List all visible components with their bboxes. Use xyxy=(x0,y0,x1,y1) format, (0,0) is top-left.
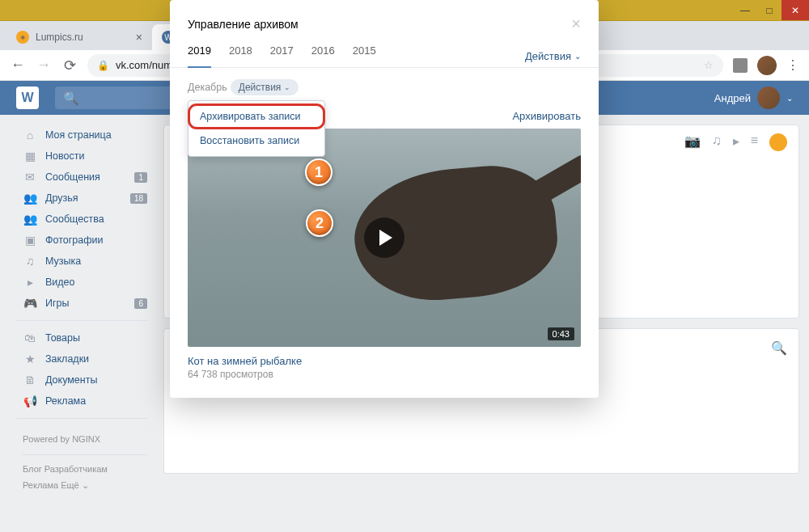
sidebar-item-label: Игры xyxy=(45,298,69,309)
dropdown-restore-posts[interactable]: Восстановить записи xyxy=(188,129,324,153)
profile-avatar-icon[interactable] xyxy=(757,56,777,75)
tab-title: Lumpics.ru xyxy=(36,32,83,43)
sidebar-item[interactable]: 📢Реклама xyxy=(16,391,154,412)
sidebar-item-label: Товары xyxy=(45,332,80,344)
music-icon[interactable]: ♫ xyxy=(712,133,722,151)
tab-close-icon[interactable]: × xyxy=(136,31,142,44)
sidebar-icon: 🗎 xyxy=(23,374,37,386)
actions-dropdown: Архивировать записи Восстановить записи xyxy=(188,100,325,157)
sidebar-item-label: Сообщества xyxy=(45,213,104,225)
month-label: Декабрь xyxy=(188,82,227,93)
sidebar: ⌂Моя страница▦Новости✉Сообщения1👥Друзья1… xyxy=(0,115,154,532)
video-thumbnail[interactable]: 0:43 xyxy=(188,129,581,347)
callout-badge-1: 1 xyxy=(305,158,332,186)
sidebar-icon: 👥 xyxy=(23,192,37,205)
sidebar-item[interactable]: 👥Друзья18 xyxy=(16,188,154,209)
video-views: 64 738 просмотров xyxy=(188,369,581,380)
search-icon: 🔍 xyxy=(63,91,79,106)
archive-modal: Управление архивом × 2019 2018 2017 2016… xyxy=(170,0,599,398)
year-tabs: 2019 2018 2017 2016 2015 Действия ⌄ xyxy=(170,33,599,68)
tab-2016[interactable]: 2016 xyxy=(311,44,335,67)
modal-close-button[interactable]: × xyxy=(571,15,581,33)
sidebar-icon: ▦ xyxy=(23,150,37,163)
sidebar-item-label: Видео xyxy=(45,277,75,288)
sidebar-icon: 🎮 xyxy=(23,297,37,310)
sidebar-item[interactable]: 🗎Документы xyxy=(16,369,154,391)
story-avatar-icon[interactable] xyxy=(769,133,787,151)
chevron-down-icon: ⌄ xyxy=(786,94,793,103)
callout-badge-2: 2 xyxy=(306,209,333,237)
footer-links-2[interactable]: Реклама Ещё ⌄ xyxy=(23,478,147,494)
window-close-button[interactable]: ✕ xyxy=(781,0,809,20)
sidebar-item-label: Сообщения xyxy=(45,171,100,183)
sidebar-item-label: Друзья xyxy=(45,192,78,204)
sidebar-item-label: Моя страница xyxy=(45,129,112,141)
tab-2019[interactable]: 2019 xyxy=(188,44,211,68)
month-row: Декабрь Действия ⌄ Архивировать записи В… xyxy=(170,68,599,102)
search-icon[interactable]: 🔍 xyxy=(771,340,787,356)
sidebar-item[interactable]: ▦Новости xyxy=(16,146,154,167)
sidebar-item-label: Музыка xyxy=(45,255,81,267)
modal-title: Управление архивом xyxy=(188,18,299,31)
modal-actions-link[interactable]: Действия ⌄ xyxy=(525,44,581,67)
vk-user-menu[interactable]: Андрей ⌄ xyxy=(714,87,793,109)
sidebar-icon: 📢 xyxy=(23,395,37,407)
sidebar-item[interactable]: 🛍Товары xyxy=(16,327,154,348)
sidebar-item[interactable]: ♫Музыка xyxy=(16,251,154,272)
chevron-down-icon: ⌄ xyxy=(574,52,581,61)
sidebar-item[interactable]: ★Закладки xyxy=(16,348,154,369)
chevron-down-icon: ⌄ xyxy=(284,83,290,91)
sidebar-item-label: Новости xyxy=(45,150,84,162)
avatar xyxy=(757,87,780,109)
play-icon[interactable] xyxy=(364,217,404,258)
sidebar-item[interactable]: ⌂Моя страница xyxy=(16,125,154,146)
nav-reload-button[interactable]: ⟳ xyxy=(61,57,78,74)
footer-powered: Powered by NGINX xyxy=(23,432,147,455)
actions-pill-label: Действия xyxy=(239,82,282,93)
vk-logo-icon[interactable]: W xyxy=(16,87,39,109)
article-icon[interactable]: ≡ xyxy=(751,133,758,151)
sidebar-item[interactable]: ▣Фотографии xyxy=(16,230,154,251)
sidebar-icon: ▸ xyxy=(23,276,37,289)
browser-tab-lumpics[interactable]: ✶ Lumpics.ru × xyxy=(6,24,152,50)
sidebar-item-label: Закладки xyxy=(45,353,89,365)
nav-forward-button[interactable]: → xyxy=(36,57,52,74)
sidebar-icon: ▣ xyxy=(23,234,37,247)
sidebar-badge: 6 xyxy=(134,298,147,309)
video-duration: 0:43 xyxy=(548,327,574,340)
sidebar-separator xyxy=(16,418,147,419)
sidebar-badge: 18 xyxy=(130,193,147,204)
sidebar-item-label: Фотографии xyxy=(45,234,103,246)
nav-back-button[interactable]: ← xyxy=(10,57,26,74)
video-title-link[interactable]: Кот на зимней рыбалке xyxy=(188,355,581,367)
sidebar-icon: ♫ xyxy=(23,255,37,268)
sidebar-footer: Powered by NGINX Блог Разработчикам Рекл… xyxy=(16,425,154,500)
window-maximize-button[interactable]: □ xyxy=(757,0,781,20)
month-actions-button[interactable]: Действия ⌄ xyxy=(231,79,299,95)
footer-links[interactable]: Блог Разработчикам xyxy=(23,462,147,478)
sidebar-icon: 🛍 xyxy=(23,331,37,344)
extension-icon[interactable] xyxy=(733,58,748,73)
favicon-lumpics-icon: ✶ xyxy=(16,31,29,44)
window-minimize-button[interactable]: — xyxy=(733,0,757,20)
sidebar-icon: 👥 xyxy=(23,213,37,226)
sidebar-icon: ✉ xyxy=(23,171,37,184)
sidebar-item[interactable]: ▸Видео xyxy=(16,272,154,293)
sidebar-badge: 1 xyxy=(134,172,147,183)
tab-2018[interactable]: 2018 xyxy=(229,44,252,67)
tab-2017[interactable]: 2017 xyxy=(270,44,294,67)
camera-icon[interactable]: 📷 xyxy=(684,133,701,151)
browser-menu-button[interactable]: ⋮ xyxy=(786,57,799,73)
sidebar-item[interactable]: ✉Сообщения1 xyxy=(16,167,154,188)
dropdown-archive-posts[interactable]: Архивировать записи xyxy=(188,104,324,129)
tab-2015[interactable]: 2015 xyxy=(353,44,376,67)
video-icon[interactable]: ▸ xyxy=(733,133,739,151)
sidebar-icon: ★ xyxy=(23,353,37,365)
bookmark-star-icon[interactable]: ☆ xyxy=(704,59,714,71)
actions-label: Действия xyxy=(525,50,571,62)
sidebar-item[interactable]: 👥Сообщества xyxy=(16,209,154,230)
sidebar-item[interactable]: 🎮Игры6 xyxy=(16,293,154,314)
vk-user-name: Андрей xyxy=(714,92,751,104)
sidebar-item-label: Документы xyxy=(45,374,97,386)
sidebar-icon: ⌂ xyxy=(23,129,37,141)
